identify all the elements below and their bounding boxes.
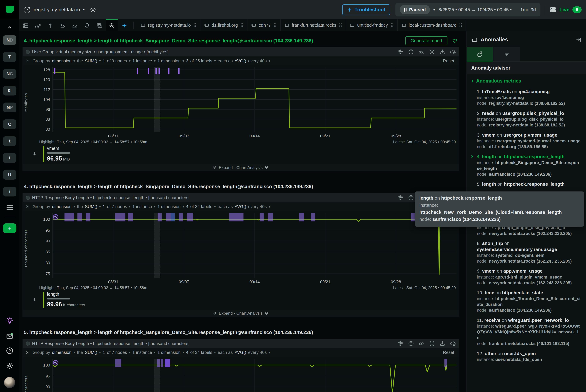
space-badge-t[interactable]: t bbox=[3, 153, 16, 163]
control-chev[interactable]: ▾ bbox=[99, 204, 101, 209]
control-chev[interactable]: ▾ bbox=[73, 59, 75, 63]
control-chev[interactable]: ▾ bbox=[129, 204, 131, 209]
control-chev[interactable]: ▾ bbox=[269, 204, 270, 209]
space-badge-i[interactable]: i bbox=[3, 187, 16, 196]
tabbar-ai-icon[interactable] bbox=[118, 20, 130, 31]
tab-untitled-frnddcy[interactable]: untitled-frnddcy bbox=[346, 20, 398, 31]
tab-anomaly-advisor[interactable] bbox=[467, 47, 493, 62]
control-chev[interactable]: ▾ bbox=[99, 59, 101, 63]
anomaly-item-3[interactable]: 3. vmem on usergroup.vmem_usageinstance:… bbox=[467, 131, 586, 152]
anomaly-item-8[interactable]: 8. anon_thp on systemd.service.memory.ra… bbox=[467, 239, 586, 266]
lightbulb-icon[interactable] bbox=[6, 317, 13, 325]
collapse-dimensions-icon[interactable] bbox=[26, 204, 30, 209]
legend-dimension[interactable]: length99.96K characters bbox=[43, 292, 85, 308]
anomaly-item-5[interactable]: 5. length on httpcheck.response_length bbox=[467, 180, 586, 189]
drag-dots-icon[interactable] bbox=[274, 23, 277, 28]
anomalous-metrics-section[interactable]: Anomalous metrics bbox=[467, 74, 586, 87]
help-icon[interactable]: ? bbox=[6, 347, 13, 354]
control-chev[interactable]: ▾ bbox=[182, 59, 184, 63]
control-mid[interactable]: of 25 labels bbox=[190, 58, 212, 64]
node-settings-gear-icon[interactable] bbox=[90, 6, 96, 13]
control-val[interactable]: 1 bbox=[103, 350, 105, 355]
tab-local-custom-dashboard[interactable]: local-custom-dashboard bbox=[398, 20, 466, 31]
chart-type-icon[interactable] bbox=[26, 50, 30, 54]
control-val[interactable]: SUM() bbox=[85, 350, 97, 355]
add-space-button[interactable]: + bbox=[3, 223, 16, 233]
filters-icon[interactable] bbox=[398, 195, 403, 200]
space-badge-np[interactable]: NP bbox=[3, 102, 16, 112]
control-chev[interactable]: ▾ bbox=[73, 350, 75, 354]
tab-cdn77[interactable]: cdn77 bbox=[247, 20, 281, 31]
user-avatar[interactable] bbox=[4, 377, 15, 388]
control-mid[interactable]: of 7 nodes bbox=[107, 204, 127, 209]
tabbar-alerts-icon[interactable] bbox=[81, 20, 93, 31]
control-chev[interactable]: ▾ bbox=[269, 59, 270, 63]
drag-dots-icon[interactable] bbox=[240, 23, 243, 28]
rail-expand-icon[interactable] bbox=[9, 23, 11, 30]
control-val[interactable]: dimension bbox=[52, 204, 71, 209]
netdata-logo[interactable] bbox=[0, 0, 19, 20]
control-mid[interactable]: 1 instance bbox=[132, 350, 152, 355]
space-badge-nd[interactable]: ND bbox=[3, 35, 16, 45]
line-chart-icon[interactable] bbox=[419, 49, 424, 55]
tabbar-top-icon[interactable] bbox=[44, 20, 56, 31]
anomaly-item-2[interactable]: 2. reads on usergroup.disk_physical_ioin… bbox=[467, 109, 586, 130]
expand-chart-analysis[interactable]: Expand - Chart Analysis bbox=[23, 164, 459, 171]
control-chev[interactable]: ▾ bbox=[73, 204, 75, 209]
control-chev[interactable]: ▾ bbox=[154, 59, 156, 63]
anomaly-item-4[interactable]: 4. length on httpcheck.response_lengthin… bbox=[467, 152, 586, 179]
control-mid[interactable]: 1 instance bbox=[132, 58, 152, 64]
heart-icon[interactable] bbox=[452, 38, 458, 44]
control-mid[interactable]: 1 instance bbox=[132, 204, 152, 209]
control-val[interactable]: AVG() bbox=[235, 350, 246, 355]
control-val[interactable]: dimension bbox=[52, 350, 71, 355]
down-arrow-icon[interactable] bbox=[32, 297, 37, 302]
cloud-upload-icon[interactable] bbox=[450, 49, 456, 55]
control-val[interactable]: AVG() bbox=[235, 204, 246, 209]
anomaly-item-12[interactable]: 12. other on user.fds_openinstance: user… bbox=[467, 350, 586, 364]
control-chev[interactable]: ▾ bbox=[154, 204, 156, 209]
control-mid[interactable]: of 9 nodes bbox=[107, 58, 127, 64]
generate-report-button[interactable]: Generate report bbox=[405, 36, 447, 45]
control-chev[interactable]: ▾ bbox=[269, 350, 270, 354]
invite-envelope-icon[interactable] bbox=[6, 332, 13, 340]
chart-type-icon[interactable] bbox=[26, 196, 30, 200]
drag-dots-icon[interactable] bbox=[193, 23, 196, 28]
control-val[interactable]: SUM() bbox=[85, 58, 97, 64]
node-selector[interactable]: registry.my-netdata.io ▾ bbox=[24, 6, 85, 13]
space-badge-t[interactable]: T bbox=[3, 52, 16, 62]
info-icon[interactable] bbox=[408, 49, 414, 55]
fullscreen-icon[interactable] bbox=[429, 341, 435, 346]
info-icon[interactable] bbox=[408, 195, 414, 200]
space-badge-t[interactable]: t bbox=[3, 136, 16, 146]
control-val[interactable]: 4 bbox=[186, 350, 188, 355]
drag-dots-icon[interactable] bbox=[391, 23, 394, 28]
chart-canvas[interactable]: 12812011210496888008/3109/0709/1409/2109… bbox=[29, 65, 459, 140]
tabbar-dashboards-icon[interactable] bbox=[69, 20, 81, 31]
chart-canvas[interactable]: 100959085807508/3109/0709/1409/2109/28 bbox=[29, 211, 459, 285]
control-val[interactable]: dimension bbox=[52, 58, 71, 64]
control-mid[interactable]: of 7 nodes bbox=[107, 350, 127, 355]
control-val[interactable]: 1 bbox=[103, 58, 105, 64]
control-mid[interactable]: 1 dimension bbox=[157, 350, 181, 355]
control-val[interactable]: AVG() bbox=[235, 58, 246, 64]
tab-anomaly-filters[interactable] bbox=[494, 47, 520, 62]
expand-chart-analysis[interactable]: Expand - Chart Analysis bbox=[23, 310, 459, 317]
space-badge-c[interactable]: C bbox=[3, 120, 16, 129]
control-chev[interactable]: ▾ bbox=[99, 350, 101, 354]
control-chev[interactable]: ▾ bbox=[214, 350, 216, 354]
time-range-panel[interactable]: Paused ▾ 8/25/25 • 00:45 → 10/4/25 • 00:… bbox=[395, 3, 540, 16]
chart-type-icon[interactable] bbox=[26, 342, 30, 346]
fullscreen-icon[interactable] bbox=[429, 49, 435, 55]
control-chev[interactable]: ▾ bbox=[182, 204, 184, 209]
tabbar-logs-icon[interactable] bbox=[93, 20, 106, 31]
spaces-menu-icon[interactable] bbox=[6, 204, 13, 211]
info-icon[interactable] bbox=[408, 341, 414, 346]
chevron-down-icon[interactable]: ▾ bbox=[433, 8, 435, 12]
drag-dots-icon[interactable] bbox=[459, 23, 462, 28]
collapse-dimensions-icon[interactable] bbox=[26, 350, 30, 354]
tabbar-anomalies-icon[interactable] bbox=[106, 20, 118, 31]
anomaly-item-10[interactable]: 10. time on httpcheck.in_stateinstance: … bbox=[467, 289, 586, 315]
node-list-icon[interactable] bbox=[550, 6, 556, 13]
tab-frankfurt.netdata.rocks[interactable]: frankfurt.netdata.rocks bbox=[281, 20, 346, 31]
